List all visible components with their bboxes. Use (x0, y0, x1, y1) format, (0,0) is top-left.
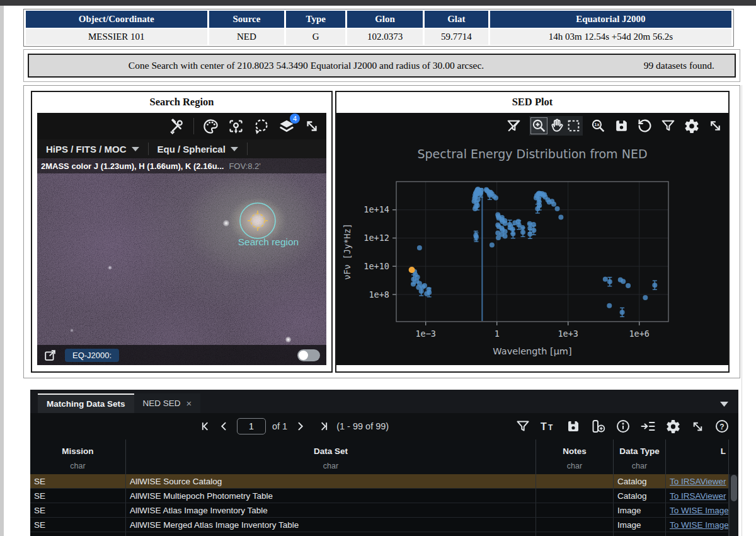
zoom-original-icon[interactable]: 1x (590, 118, 606, 134)
first-page-icon[interactable] (199, 420, 212, 433)
data-point[interactable] (424, 291, 429, 296)
search-region-title: Search Region (32, 92, 331, 112)
data-point[interactable] (422, 283, 427, 288)
data-point[interactable] (652, 283, 657, 288)
hips-fits-moc-dropdown[interactable]: HiPS / FITS / MOC (37, 144, 148, 154)
expand-icon[interactable] (690, 419, 705, 434)
last-page-icon[interactable] (318, 420, 330, 433)
table-row[interactable]: SEAllWISE Merged Atlas Image Inventory T… (30, 518, 738, 532)
settings-gear-icon[interactable] (684, 118, 700, 134)
y-tick-label: 1e+10 (364, 261, 389, 271)
data-point[interactable] (496, 235, 501, 240)
results-toolbar: of 1 (1 - 99 of 99) TT (30, 413, 738, 440)
data-point[interactable] (510, 231, 515, 236)
dock-table-icon[interactable] (640, 419, 656, 434)
table-row[interactable]: SENEOWISE-R Single Exposure (L1b) Source… (30, 532, 738, 536)
data-point[interactable] (474, 235, 479, 240)
select-region-icon[interactable] (253, 118, 270, 135)
sed-scatter-chart[interactable]: Spectral Energy Distribution from NEDνFν… (336, 113, 728, 365)
settings-gear-icon[interactable] (665, 419, 681, 434)
data-point[interactable] (419, 289, 424, 294)
dataset-link[interactable]: To IRSAViewer (670, 491, 726, 501)
tab-label: Matching Data Sets (47, 399, 125, 409)
mission-cell: SE (30, 474, 126, 488)
toggle-knob (299, 351, 308, 360)
restore-icon[interactable] (637, 118, 653, 134)
data-point[interactable] (535, 206, 540, 211)
data-point[interactable] (643, 295, 648, 300)
pan-icon[interactable] (549, 118, 564, 134)
link-cell: To WISE Image (666, 503, 729, 517)
add-column-icon[interactable] (590, 419, 606, 434)
table-row[interactable]: SEAllWISE Atlas Image Inventory TableIma… (30, 503, 738, 518)
data-point[interactable] (607, 303, 612, 308)
coordinate-lock-toggle[interactable] (297, 349, 320, 361)
text-size-icon[interactable]: TT (540, 419, 556, 434)
dataset-link[interactable]: To WISE Image (670, 506, 729, 515)
info-icon[interactable] (616, 419, 631, 434)
data-point[interactable] (472, 206, 478, 211)
recenter-icon[interactable] (227, 118, 244, 135)
dataset-link[interactable]: To WISE Image (670, 520, 729, 530)
column-header-notes[interactable]: Noteschar (536, 440, 614, 474)
zoom-in-icon[interactable] (530, 117, 547, 134)
save-icon[interactable] (566, 419, 581, 434)
column-header-data-set[interactable]: Data Setchar (126, 440, 536, 474)
data-point[interactable] (417, 245, 422, 250)
scrollbar-thumb[interactable] (731, 475, 737, 501)
chevron-down-icon (132, 147, 139, 151)
data-point[interactable] (503, 234, 508, 239)
sed-plot-area[interactable]: 1x (336, 113, 728, 365)
filter-icon[interactable] (515, 419, 530, 434)
expand-icon[interactable] (707, 118, 723, 134)
data-point[interactable] (555, 206, 560, 211)
select-area-icon[interactable] (566, 118, 581, 134)
table-row[interactable]: SEAllWISE Source CatalogCatalogTo IRSAVi… (30, 474, 738, 489)
column-name: Data Type (614, 440, 665, 457)
cone-search-summary: Cone Search with center of 210.8023 54.3… (29, 55, 583, 76)
data-point[interactable] (558, 214, 563, 219)
table-scrollbar[interactable] (729, 474, 738, 536)
layers-icon[interactable]: 4 (278, 117, 295, 135)
data-point[interactable] (531, 228, 536, 233)
data-point[interactable] (527, 231, 532, 236)
column-header-data-type[interactable]: Data Typechar (614, 440, 666, 474)
page-number-input[interactable] (237, 418, 266, 434)
data-point[interactable] (493, 195, 498, 201)
data-point[interactable] (502, 218, 507, 223)
column-header-mission[interactable]: Missionchar (30, 440, 126, 474)
data-point[interactable] (621, 279, 626, 284)
data-point[interactable] (626, 283, 631, 288)
next-page-icon[interactable] (294, 420, 306, 433)
sky-viewer[interactable]: 4 HiPS / FITS / MOC Equ / Spherical (37, 113, 326, 365)
data-point[interactable] (603, 277, 608, 282)
column-header: Equatorial J2000 (490, 11, 731, 28)
data-point[interactable] (607, 279, 612, 284)
data-point[interactable] (520, 230, 525, 235)
coordinate-readout-label[interactable]: EQ-J2000: (65, 349, 119, 362)
help-icon[interactable]: ? (714, 419, 730, 434)
dataset-link[interactable]: To IRSAViewer (670, 477, 726, 486)
expand-icon[interactable] (304, 118, 320, 134)
data-point[interactable] (479, 188, 484, 193)
data-point[interactable] (490, 243, 495, 248)
table-row[interactable]: SEAllWISE Multiepoch Photometry TableCat… (30, 489, 738, 503)
filter-icon[interactable] (660, 118, 676, 134)
tab-matching-data-sets[interactable]: Matching Data Sets (38, 393, 134, 413)
highlighted-data-point[interactable] (409, 267, 415, 273)
data-point[interactable] (551, 202, 556, 207)
column-header-l[interactable]: L (666, 440, 729, 474)
save-icon[interactable] (614, 118, 629, 134)
color-palette-icon[interactable] (202, 118, 219, 135)
tools-icon[interactable] (168, 118, 185, 135)
previous-page-icon[interactable] (218, 420, 231, 433)
coord-system-dropdown[interactable]: Equ / Spherical (149, 144, 247, 154)
search-region-box: Search Region (31, 91, 333, 373)
tab-list-dropdown-icon[interactable] (720, 402, 728, 407)
data-point[interactable] (620, 310, 625, 315)
data-point[interactable] (411, 281, 416, 286)
external-link-icon[interactable] (43, 348, 57, 362)
clear-filter-icon[interactable] (506, 118, 522, 134)
close-icon[interactable]: × (186, 399, 192, 408)
tab-ned-sed[interactable]: NED SED × (134, 393, 201, 413)
